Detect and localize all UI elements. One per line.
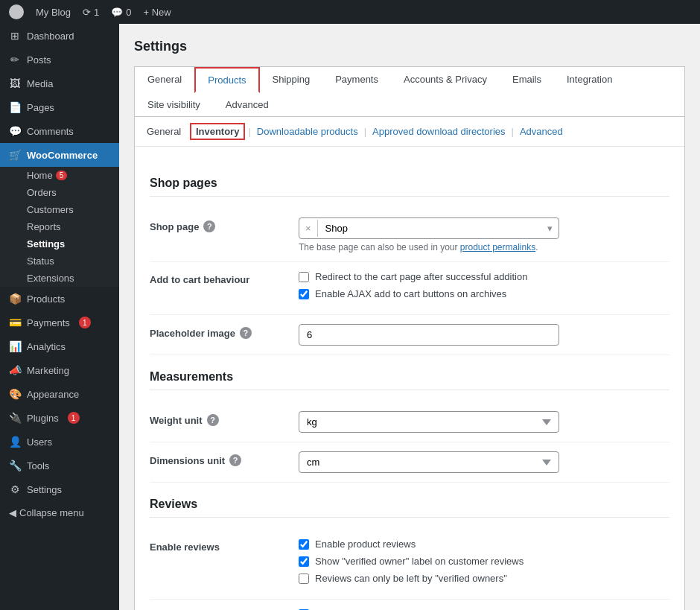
sidebar-item-settings[interactable]: ⚙ Settings [0,477,119,501]
admin-bar-new[interactable]: + New [143,7,171,18]
sidebar-item-appearance[interactable]: 🎨 Appearance [0,382,119,406]
home-badge: 5 [56,171,68,180]
checkbox-verified-only-input[interactable] [299,574,309,584]
sidebar-sub-status[interactable]: Status [0,252,119,270]
sidebar-label-dashboard: Dashboard [27,31,74,42]
sidebar-item-payments[interactable]: 💳 Payments 1 [0,311,119,334]
sidebar-item-dashboard[interactable]: ⊞ Dashboard [0,24,119,48]
tab-payments[interactable]: Payments [322,67,391,93]
sidebar-item-users[interactable]: 👤 Users [0,430,119,454]
select-clear-icon[interactable]: × [299,220,318,237]
sidebar-label-payments: Payments [27,317,70,328]
comments-count: 0 [126,7,131,18]
users-icon: 👤 [9,436,21,448]
sidebar-item-plugins[interactable]: 🔌 Plugins 1 [0,406,119,430]
collapse-label: Collapse menu [19,507,84,518]
label-shop-page: Shop page ? [150,217,299,232]
field-shop-page: × Shop ▾ The base page can also be used … [299,217,669,252]
tab-integration[interactable]: Integration [554,67,625,93]
checkbox-verified-only-label: Reviews can only be left by "verified ow… [315,573,507,584]
checkbox-verified-label-label: Show "verified owner" label on customer … [315,556,524,567]
tab-general[interactable]: General [135,67,194,93]
help-shop-page[interactable]: ? [203,220,215,232]
media-icon: 🖼 [9,77,21,89]
main-tabs: General Products Shipping Payments Accou… [135,67,684,117]
subtab-approved[interactable]: Approved download directories [369,124,509,139]
section-reviews: Reviews [150,498,669,518]
row-placeholder-image: Placeholder image ? [150,315,669,355]
plugins-badge: 1 [68,412,80,424]
admin-bar-comments[interactable]: 💬 0 [111,7,131,18]
dimensions-unit-select[interactable]: cm m mm in yd [299,451,559,473]
sidebar-item-marketing[interactable]: 📣 Marketing [0,358,119,382]
sidebar-sub-extensions[interactable]: Extensions [0,270,119,287]
subtab-advanced[interactable]: Advanced [517,124,566,139]
wp-logo: W [9,4,24,19]
tools-icon: 🔧 [9,460,21,471]
sidebar-sub-home[interactable]: Home 5 [0,167,119,184]
comments-icon: 💬 [9,125,21,137]
subtab-inventory[interactable]: Inventory [190,123,246,140]
product-permalinks-link[interactable]: product permalinks [460,242,535,252]
checkbox-verified-label-input[interactable] [299,556,309,567]
tab-advanced[interactable]: Advanced [213,92,281,117]
label-enable-reviews: Enable reviews [150,538,299,553]
subtab-downloadable[interactable]: Downloadable products [254,124,361,139]
extensions-label: Extensions [27,273,74,284]
placeholder-image-input[interactable] [299,324,559,346]
sidebar-label-settings: Settings [27,484,62,495]
tab-products[interactable]: Products [194,67,259,93]
row-weight-unit: Weight unit ? kg g lbs oz [150,402,669,442]
updates-icon: ⟳ [83,7,91,18]
tab-emails[interactable]: Emails [500,67,554,93]
sidebar-item-pages[interactable]: 📄 Pages [0,95,119,119]
tab-accounts[interactable]: Accounts & Privacy [391,67,500,93]
select-chevron-down-icon: ▾ [541,220,559,237]
sidebar-item-posts[interactable]: ✏ Posts [0,48,119,72]
select-shop-page[interactable]: × Shop ▾ [299,217,559,239]
sidebar-item-media[interactable]: 🖼 Media [0,72,119,95]
sidebar-item-comments[interactable]: 💬 Comments [0,119,119,143]
home-label: Home [27,170,53,181]
sidebar-item-tools[interactable]: 🔧 Tools [0,454,119,477]
dashboard-icon: ⊞ [9,30,21,42]
plugins-icon: 🔌 [9,412,21,424]
tab-site-visibility[interactable]: Site visibility [135,92,213,117]
tab-shipping[interactable]: Shipping [260,67,323,93]
checkbox-redirect-input[interactable] [299,272,309,282]
checkbox-enable-reviews-input[interactable] [299,539,309,550]
admin-bar-updates[interactable]: ⟳ 1 [83,7,99,18]
sidebar-sub-customers[interactable]: Customers [0,201,119,218]
sidebar-label-media: Media [27,78,53,89]
row-product-ratings: Product ratings Enable star rating on re… [150,600,669,610]
row-dimensions-unit: Dimensions unit ? cm m mm in yd [150,442,669,483]
settings-content: Shop pages Shop page ? × Shop ▾ [135,147,684,610]
checkbox-ajax-input[interactable] [299,289,309,299]
label-placeholder-image: Placeholder image ? [150,324,299,339]
admin-bar-site[interactable]: My Blog [36,7,71,18]
help-dimensions[interactable]: ? [229,454,241,466]
orders-label: Orders [27,187,57,198]
marketing-icon: 📣 [9,364,21,376]
sidebar-item-products[interactable]: 📦 Products [0,287,119,311]
woocommerce-header[interactable]: 🛒 WooCommerce [0,143,119,167]
collapse-menu[interactable]: ◀ Collapse menu [0,501,119,524]
posts-icon: ✏ [9,54,21,66]
reports-label: Reports [27,221,61,232]
settings-label: Settings [27,238,65,250]
sidebar-sub-settings[interactable]: Settings [0,235,119,252]
comments-icon: 💬 [111,7,123,18]
woo-icon: 🛒 [9,149,21,161]
admin-bar-logo[interactable]: W [9,4,24,19]
sidebar-item-analytics[interactable]: 📊 Analytics [0,334,119,358]
sidebar-sub-reports[interactable]: Reports [0,218,119,235]
help-placeholder[interactable]: ? [240,327,252,339]
weight-unit-select[interactable]: kg g lbs oz [299,411,559,433]
sidebar-label-users: Users [27,436,52,448]
help-weight[interactable]: ? [207,414,219,426]
appearance-icon: 🎨 [9,388,21,400]
sidebar-label-tools: Tools [27,460,49,471]
row-add-to-cart: Add to cart behaviour Redirect to the ca… [150,262,669,315]
shop-page-select[interactable]: Shop [318,218,541,238]
sidebar-sub-orders[interactable]: Orders [0,184,119,201]
